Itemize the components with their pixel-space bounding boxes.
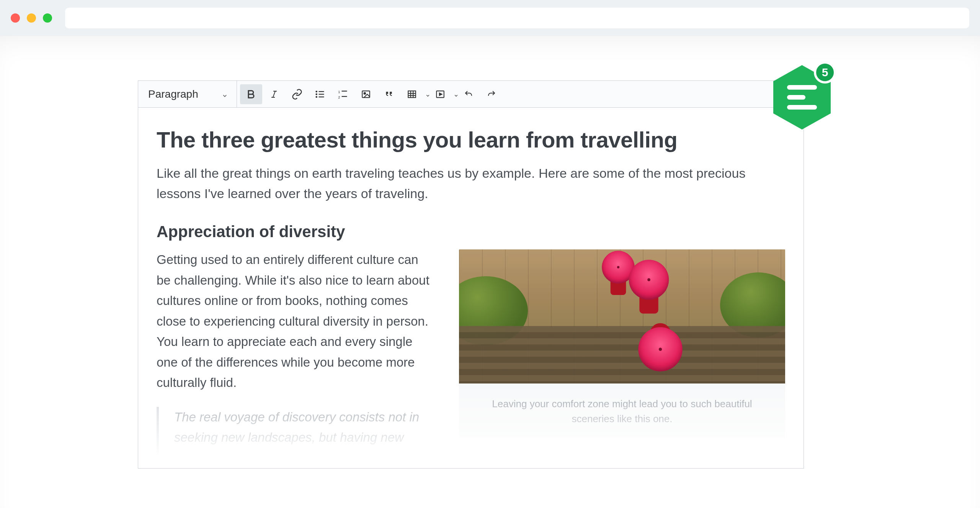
section-columns: Getting used to an entirely different cu… bbox=[157, 249, 785, 468]
svg-point-3 bbox=[315, 90, 317, 92]
close-window-button[interactable] bbox=[11, 13, 20, 23]
svg-point-5 bbox=[315, 93, 317, 95]
article-figure[interactable]: Leaving your comfort zone might lead you… bbox=[459, 249, 785, 438]
undo-icon bbox=[463, 90, 474, 99]
numbered-list-icon: 1 2 bbox=[337, 89, 349, 100]
svg-text:2: 2 bbox=[338, 95, 340, 99]
block-format-label: Paragraph bbox=[148, 88, 198, 100]
redo-icon bbox=[486, 90, 497, 99]
address-bar[interactable] bbox=[65, 8, 969, 28]
italic-icon bbox=[270, 88, 279, 100]
bold-icon bbox=[246, 88, 256, 100]
bold-button[interactable] bbox=[240, 84, 262, 104]
section-body[interactable]: Getting used to an entirely different cu… bbox=[157, 249, 432, 393]
svg-rect-15 bbox=[408, 91, 416, 97]
quote-icon bbox=[383, 89, 395, 99]
editor-body[interactable]: The three greatest things you learn from… bbox=[138, 108, 804, 468]
svg-rect-12 bbox=[342, 96, 347, 97]
svg-text:1: 1 bbox=[338, 90, 340, 93]
figure-caption[interactable]: Leaving your comfort zone might lead you… bbox=[459, 383, 785, 426]
media-icon bbox=[435, 89, 446, 99]
comments-count: 5 bbox=[814, 61, 836, 84]
section-text-column[interactable]: Getting used to an entirely different cu… bbox=[157, 249, 432, 468]
table-icon bbox=[407, 89, 417, 99]
insert-image-button[interactable] bbox=[355, 84, 377, 104]
svg-marker-21 bbox=[439, 93, 442, 95]
pull-quote[interactable]: The real voyage of discovery consists no… bbox=[157, 407, 432, 468]
chevron-down-icon: ⌄ bbox=[221, 89, 228, 99]
toolbar-buttons: 1 2 ⌄ bbox=[237, 81, 506, 107]
svg-rect-10 bbox=[342, 90, 347, 91]
link-button[interactable] bbox=[286, 84, 308, 104]
undo-button[interactable] bbox=[457, 84, 480, 104]
rich-text-editor: Paragraph ⌄ bbox=[138, 80, 804, 469]
bulleted-list-button[interactable] bbox=[309, 84, 331, 104]
minimize-window-button[interactable] bbox=[27, 13, 36, 23]
block-format-dropdown[interactable]: Paragraph ⌄ bbox=[138, 81, 237, 107]
section-heading[interactable]: Appreciation of diversity bbox=[157, 223, 785, 241]
svg-point-7 bbox=[315, 96, 317, 98]
article-intro[interactable]: Like all the great things on earth trave… bbox=[157, 163, 746, 203]
svg-point-14 bbox=[364, 92, 366, 94]
insert-media-button[interactable]: ⌄ bbox=[429, 84, 457, 104]
editor-toolbar: Paragraph ⌄ bbox=[138, 81, 804, 108]
article-title[interactable]: The three greatest things you learn from… bbox=[157, 127, 785, 152]
svg-line-2 bbox=[273, 91, 275, 97]
link-icon bbox=[291, 88, 303, 100]
blockquote-button[interactable] bbox=[378, 84, 400, 104]
image-icon bbox=[360, 89, 372, 99]
browser-window: Paragraph ⌄ bbox=[0, 0, 980, 508]
svg-rect-8 bbox=[319, 96, 324, 97]
zoom-window-button[interactable] bbox=[43, 13, 52, 23]
insert-table-button[interactable]: ⌄ bbox=[401, 84, 428, 104]
figure-image[interactable] bbox=[459, 249, 785, 383]
numbered-list-button[interactable]: 1 2 bbox=[332, 84, 354, 104]
bulleted-list-icon bbox=[314, 89, 326, 100]
italic-button[interactable] bbox=[263, 84, 285, 104]
window-controls bbox=[11, 13, 52, 23]
svg-rect-13 bbox=[362, 91, 370, 97]
browser-chrome bbox=[0, 0, 980, 36]
comments-badge[interactable]: 5 bbox=[773, 65, 831, 129]
redo-button[interactable] bbox=[480, 84, 503, 104]
svg-rect-4 bbox=[319, 91, 324, 92]
svg-rect-6 bbox=[319, 93, 324, 94]
